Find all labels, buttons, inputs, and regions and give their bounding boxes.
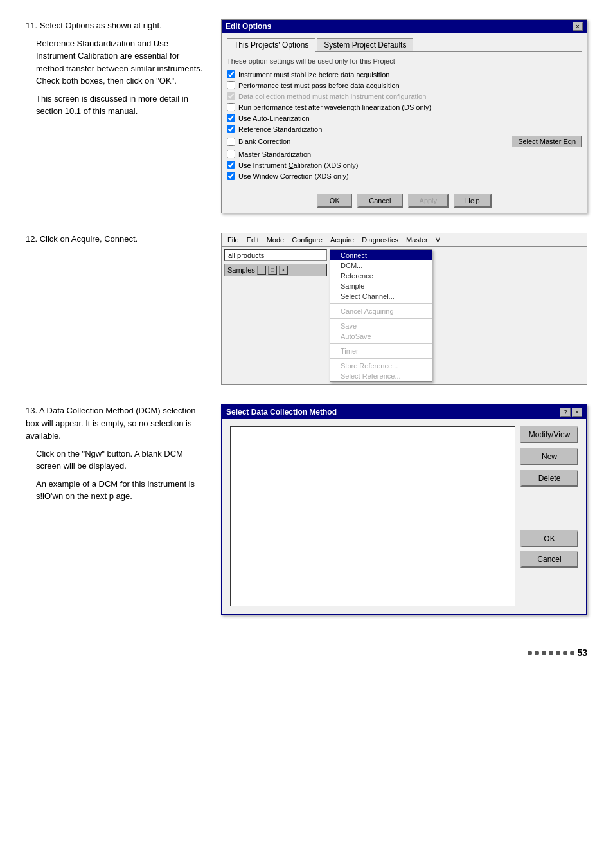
- dcm-new-btn[interactable]: New: [520, 448, 578, 465]
- menu-master[interactable]: Master: [403, 235, 431, 245]
- section-12-number: 12. Click on Acquire, Connect.: [26, 233, 206, 246]
- samples-toolbar: Samples _ □ ×: [224, 264, 327, 276]
- dropdown-timer[interactable]: Timer: [330, 346, 432, 356]
- restore-icon[interactable]: □: [268, 266, 277, 275]
- section-13-text: 13. A Data Collection Method (DCM) selec…: [26, 404, 206, 508]
- checkbox-dcm-label: Data collection method must match instru…: [238, 93, 426, 100]
- checkbox-performance: Performance test must pass before data a…: [227, 81, 582, 89]
- dcm-cancel-btn[interactable]: Cancel: [520, 551, 578, 568]
- menu-file[interactable]: File: [224, 235, 242, 245]
- dot-5: [556, 651, 560, 655]
- section-13-number: 13. A Data Collection Method (DCM) selec…: [26, 404, 206, 442]
- dcm-dialog: Select Data Collection Method ? × Modify…: [221, 404, 587, 615]
- menu-more[interactable]: V: [432, 235, 443, 245]
- checkbox-instrument-cal-label: Use Instrument Calibration (XDS only): [238, 161, 358, 169]
- section-11-para2: This screen is discussed in more detail …: [36, 93, 206, 118]
- checkbox-master-std: Master Standardization: [227, 150, 582, 158]
- ok-button[interactable]: OK: [317, 194, 352, 208]
- section-11-number: 11. Select Options as shown at right.: [26, 19, 206, 32]
- help-button[interactable]: Help: [454, 194, 492, 208]
- menu-configure[interactable]: Configure: [289, 235, 326, 245]
- menu-diagnostics[interactable]: Diagnostics: [359, 235, 402, 245]
- dialog-close-button[interactable]: ×: [573, 22, 583, 31]
- section-11: 11. Select Options as shown at right. Re…: [26, 19, 587, 213]
- separator-1: [330, 303, 432, 304]
- checkbox-auto-linear: Use Auto-Linearization: [227, 114, 582, 122]
- checkbox-instrument-cal: Use Instrument Calibration (XDS only): [227, 161, 582, 169]
- dialog-title: Edit Options: [226, 22, 271, 31]
- dot-6: [563, 651, 567, 655]
- separator-2: [330, 318, 432, 319]
- dropdown-connect[interactable]: Connect: [330, 250, 432, 260]
- edit-options-dialog: Edit Options × This Projects' Options Sy…: [221, 19, 587, 213]
- checkbox-ref-std-input[interactable]: [227, 125, 235, 133]
- section-12-text: 12. Click on Acquire, Connect.: [26, 233, 206, 251]
- menu-edit[interactable]: Edit: [244, 235, 262, 245]
- tab-this-projects[interactable]: This Projects' Options: [227, 38, 315, 52]
- dcm-close-btn[interactable]: ×: [572, 408, 582, 417]
- checkbox-ref-std: Reference Standardization: [227, 125, 582, 133]
- dropdown-select-channel[interactable]: Select Channel...: [330, 291, 432, 302]
- tab-bar: This Projects' Options System Project De…: [227, 38, 582, 52]
- tab-system-project[interactable]: System Project Defaults: [317, 38, 413, 51]
- checkbox-master-std-input[interactable]: [227, 150, 235, 158]
- checkbox-window-corr: Use Window Correction (XDS only): [227, 172, 582, 180]
- checkbox-instrument-cal-input[interactable]: [227, 161, 235, 169]
- separator-4: [330, 358, 432, 359]
- dcm-title-buttons: ? ×: [560, 408, 582, 417]
- dcm-modify-view-btn[interactable]: Modify/View: [520, 426, 578, 443]
- dropdown-cancel-acquiring[interactable]: Cancel Acquiring: [330, 306, 432, 316]
- select-master-eqn-button[interactable]: Select Master Eqn: [512, 136, 582, 147]
- dropdown-autosave[interactable]: AutoSave: [330, 331, 432, 341]
- checkbox-run-perf: Run performance test after wavelength li…: [227, 103, 582, 111]
- checkbox-blank-input[interactable]: [227, 138, 235, 146]
- checkbox-window-corr-input[interactable]: [227, 172, 235, 180]
- page-footer: 53: [26, 647, 587, 658]
- checkbox-blank: Blank Correction: [227, 138, 290, 146]
- dropdown-dcm[interactable]: DCM...: [330, 260, 432, 271]
- section-13-para2: An example of a DCM for this instrument …: [36, 478, 206, 503]
- dcm-buttons: Modify/View New Delete OK Cancel: [520, 426, 578, 606]
- checkbox-dcm: Data collection method must match instru…: [227, 92, 582, 100]
- dcm-body: Modify/View New Delete OK Cancel: [222, 419, 586, 614]
- all-products-bar: all products: [224, 249, 327, 261]
- dot-1: [528, 651, 532, 655]
- dcm-delete-btn[interactable]: Delete: [520, 470, 578, 487]
- checkbox-dcm-input[interactable]: [227, 92, 235, 100]
- close-icon[interactable]: ×: [279, 266, 288, 275]
- dialog-titlebar: Edit Options ×: [222, 20, 587, 33]
- checkbox-stabilize-input[interactable]: [227, 70, 235, 78]
- checkbox-window-corr-label: Use Window Correction (XDS only): [238, 172, 349, 180]
- dropdown-select-reference[interactable]: Select Reference...: [330, 371, 432, 381]
- menu-content: all products Samples _ □ × Connect DCM..…: [222, 247, 587, 384]
- checkbox-auto-linear-label: Use Auto-Linearization: [238, 114, 310, 122]
- dialog-buttons: OK Cancel Apply Help: [227, 188, 582, 208]
- apply-button[interactable]: Apply: [408, 194, 449, 208]
- dropdown-save[interactable]: Save: [330, 321, 432, 331]
- dropdown-store-reference[interactable]: Store Reference...: [330, 361, 432, 371]
- dot-4: [549, 651, 553, 655]
- menu-mode[interactable]: Mode: [263, 235, 288, 245]
- checkbox-performance-input[interactable]: [227, 81, 235, 89]
- checkbox-auto-linear-input[interactable]: [227, 114, 235, 122]
- acquire-dropdown: Connect DCM... Reference Sample Select C…: [330, 249, 432, 382]
- dcm-ok-btn[interactable]: OK: [520, 530, 578, 547]
- checkbox-ref-std-label: Reference Standardization: [238, 125, 322, 133]
- menu-acquire[interactable]: Acquire: [327, 235, 357, 245]
- section-13-para1: Click on the "Ngw" button. A blank DCM s…: [36, 448, 206, 473]
- dropdown-sample[interactable]: Sample: [330, 281, 432, 291]
- checkbox-blank-label: Blank Correction: [238, 138, 290, 145]
- checkbox-performance-label: Performance test must pass before data a…: [238, 82, 400, 89]
- checkbox-run-perf-input[interactable]: [227, 103, 235, 111]
- dcm-question-btn[interactable]: ?: [560, 408, 571, 417]
- minimize-icon[interactable]: _: [257, 266, 266, 275]
- cancel-button[interactable]: Cancel: [357, 194, 402, 208]
- page-number: 53: [577, 647, 587, 658]
- dcm-titlebar: Select Data Collection Method ? ×: [222, 406, 586, 419]
- checkbox-master-std-label: Master Standardization: [238, 150, 311, 158]
- checkbox-run-perf-label: Run performance test after wavelength li…: [238, 104, 431, 111]
- checkbox-stabilize: Instrument must stabilize before data ac…: [227, 70, 582, 78]
- dropdown-reference[interactable]: Reference: [330, 271, 432, 281]
- checkbox-stabilize-label: Instrument must stabilize before data ac…: [238, 71, 389, 78]
- dialog-body: This Projects' Options System Project De…: [222, 33, 587, 213]
